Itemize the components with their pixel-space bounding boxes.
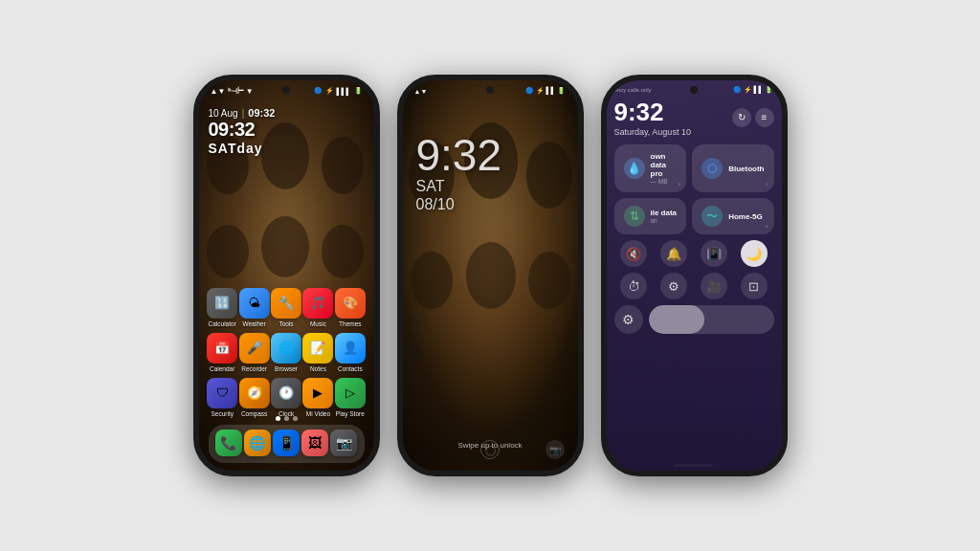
page-dot-1 <box>276 416 280 421</box>
app-icon-clock: 🕐 <box>271 378 301 408</box>
app-label-contacts: Contacts <box>338 365 363 372</box>
app-compass[interactable]: 🧭 Compass <box>238 378 270 417</box>
svg-point-4 <box>207 225 249 278</box>
app-security[interactable]: 🛡 Security <box>207 378 238 417</box>
cc-tile-data-sub: — MB <box>651 178 678 185</box>
app-browser[interactable]: 🌐 Browser <box>270 333 301 372</box>
cc-screencast-button[interactable]: ⊡ <box>741 273 768 299</box>
dock-icon-browser: 🌐 <box>244 430 271 456</box>
dock-camera[interactable]: 📷 <box>329 430 358 458</box>
data-tile-icon: 💧 <box>624 158 645 179</box>
svg-point-11 <box>411 252 453 309</box>
app-row-2: 📅 Calendar 🎤 Recorder 🌐 Browser 📝 Notes … <box>207 333 367 372</box>
home-time-large: 09:32 <box>209 119 276 141</box>
punch-hole-lock <box>486 86 494 94</box>
dock-appstore[interactable]: 📱 <box>272 430 301 458</box>
app-icon-security: 🛡 <box>207 378 237 408</box>
app-icon-music: 🎵 <box>302 288 333 319</box>
home-date: 10 Aug <box>209 108 238 119</box>
app-icon-calculator: 🔢 <box>207 288 237 319</box>
page-dots <box>199 416 374 421</box>
app-icon-contacts: 👤 <box>335 333 366 364</box>
lock-date-display: 08/10 <box>416 195 502 213</box>
svg-point-12 <box>466 242 516 309</box>
svg-point-3 <box>322 137 364 194</box>
app-weather[interactable]: 🌤 Weather <box>238 288 270 327</box>
svg-point-5 <box>261 216 309 277</box>
app-calendar[interactable]: 📅 Calendar <box>207 333 238 372</box>
app-notes[interactable]: 📝 Notes <box>302 333 334 372</box>
app-label-tools: Tools <box>278 320 293 327</box>
svg-point-10 <box>526 142 572 209</box>
cc-tile-mobiledata[interactable]: ⇅ ile data on <box>614 198 687 234</box>
cc-sound-button[interactable]: 🔔 <box>660 240 687 267</box>
dock-phone[interactable]: 📞 <box>214 430 243 458</box>
cc-timer-button[interactable]: ⏱ <box>620 273 647 299</box>
cc-settings-button[interactable]: ⚙ <box>614 305 643 334</box>
dock-icon-phone: 📞 <box>215 430 242 456</box>
cc-tile-data[interactable]: 💧 own data pro — MB › <box>614 144 687 192</box>
cc-tile-arrow-4: › <box>766 222 768 231</box>
app-label-recorder: Recorder <box>241 365 267 372</box>
status-icons: 🔵 ⚡ ▌▌▌ 🔋 <box>314 87 363 95</box>
app-clock[interactable]: 🕐 Clock <box>270 378 301 417</box>
app-icon-themes: 🎨 <box>335 288 366 319</box>
home-time-display: 09:32 <box>248 107 275 119</box>
dock-icon-gallery: 🖼 <box>301 430 328 456</box>
cc-bottom-row: ⚙ <box>614 305 774 334</box>
dock-icon-appstore: 📱 <box>273 430 300 456</box>
cc-tile-bluetooth[interactable]: ⬡ Bluetooth › <box>692 144 773 192</box>
lock-time-widget: 9:32 SAT 08/10 <box>416 133 502 213</box>
app-row-3: 🛡 Security 🧭 Compass 🕐 Clock ▶ Mi Video … <box>207 378 367 417</box>
cc-tile-mobiledata-sub: on <box>651 217 678 224</box>
cc-video-button[interactable]: 🎥 <box>701 273 727 299</box>
cc-tile-wifi[interactable]: 〜 Home-5G › <box>692 198 773 234</box>
cc-vibrate-button[interactable]: 📳 <box>701 240 727 267</box>
cc-flashlight-button[interactable]: ⚙ <box>660 273 687 299</box>
app-icon-weather: 🌤 <box>239 288 270 319</box>
dock-browser[interactable]: 🌐 <box>243 430 272 458</box>
app-icon-recorder: 🎤 <box>239 333 270 364</box>
app-tools[interactable]: 🔧 Tools <box>270 288 301 327</box>
cc-tile-arrow-1: › <box>679 180 681 188</box>
app-calculator[interactable]: 🔢 Calculator <box>207 288 238 327</box>
app-label-browser: Browser <box>275 365 298 372</box>
app-contacts[interactable]: 👤 Contacts <box>334 333 366 372</box>
cc-tile-arrow-2: › <box>766 180 768 188</box>
app-label-calendar: Calendar <box>210 365 234 372</box>
dock-gallery[interactable]: 🖼 <box>301 430 329 458</box>
cc-tile-mobiledata-text: ile data on <box>651 209 678 224</box>
app-music[interactable]: 🎵 Music <box>302 288 334 327</box>
app-themes[interactable]: 🎨 Themes <box>334 288 366 327</box>
cc-mute-button[interactable]: 🔇 <box>620 240 647 267</box>
cc-brightness-fill <box>649 305 705 334</box>
cc-tile-bluetooth-text: Bluetooth <box>728 165 764 173</box>
cc-moon-button[interactable]: 🌙 <box>741 240 768 267</box>
app-grid: 🔢 Calculator 🌤 Weather 🔧 Tools 🎵 Music 🎨 <box>199 288 374 423</box>
app-mivideo[interactable]: ▶ Mi Video <box>302 378 334 417</box>
punch-hole <box>282 86 290 94</box>
cc-menu-button[interactable]: ≡ <box>755 108 774 127</box>
app-label-calculator: Calculator <box>209 320 236 327</box>
cc-brightness-slider[interactable] <box>649 305 774 334</box>
punch-hole-cc <box>690 86 698 94</box>
cc-refresh-button[interactable]: ↻ <box>732 108 751 127</box>
cc-tile-data-text: own data pro — MB <box>651 152 678 185</box>
phone-homescreen: ▲▼ ᵇ⊣⊢ ▼ 🔵 ⚡ ▌▌▌ 🔋 10 Aug | 09:32 09:32 … <box>193 75 380 476</box>
app-playstore[interactable]: ▷ Play Store <box>334 378 366 417</box>
app-icon-browser: 🌐 <box>271 333 301 364</box>
app-icon-calendar: 📅 <box>207 333 237 364</box>
app-label-notes: Notes <box>310 365 326 372</box>
lock-carrier: ▲▼ <box>414 88 428 95</box>
mobiledata-tile-icon: ⇅ <box>624 206 645 227</box>
cc-time-display: 9:32 <box>614 98 691 127</box>
cc-icon-row-1: 🔇 🔔 📳 🌙 <box>614 240 774 267</box>
svg-point-13 <box>528 252 570 309</box>
app-label-weather: Weather <box>242 320 265 327</box>
page-dot-3 <box>293 416 298 421</box>
app-icon-compass: 🧭 <box>239 378 270 408</box>
bluetooth-tile-icon: ⬡ <box>702 158 723 179</box>
app-recorder[interactable]: 🎤 Recorder <box>238 333 270 372</box>
home-separator: | <box>242 108 245 119</box>
cc-date-display: Saturday, August 10 <box>614 127 691 137</box>
